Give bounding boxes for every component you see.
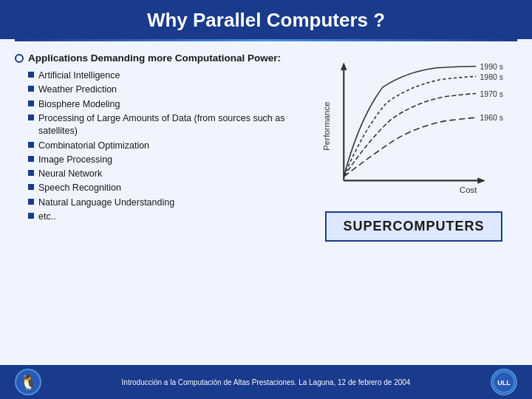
item-label: Artificial Intelligence [38,69,120,81]
item-label: Image Processing [38,154,112,166]
bullet-icon [28,184,34,190]
bullet-icon [28,86,34,92]
main-bullet-icon [15,54,24,63]
university-logo: ULL [491,369,517,395]
svg-marker-2 [341,62,347,70]
bullet-icon [28,156,34,162]
bullet-icon [28,199,34,205]
bullet-icon [28,100,34,106]
list-item: Biosphere Modeling [15,98,303,110]
list-item: Artificial Intelligence [15,69,303,81]
slide-footer: 🐧 Introducción a la Computación de Altas… [0,365,532,399]
list-item: Image Processing [15,154,303,166]
university-logo-svg: ULL [492,370,516,394]
list-item: Weather Prediction [15,83,303,95]
item-label: Processing of Large Amounts of Data (fro… [38,112,303,137]
supercomputers-label: SUPERCOMPUTERS [343,219,484,233]
list-item: Neural Network [15,168,303,180]
tux-logo: 🐧 [15,369,41,395]
supercomputers-box: SUPERCOMPUTERS [325,211,502,242]
cost-axis-label: Cost [460,185,478,194]
item-label: Combinatorial Optimization [38,140,149,151]
year-1960-label: 1960 s [480,113,503,122]
tux-icon: 🐧 [19,373,38,391]
bullet-icon [28,213,34,219]
item-label: Weather Prediction [38,83,117,95]
right-column: Performance Cost 1990 s 1980 s 1970 s 19… [310,49,517,366]
year-1970-label: 1970 s [480,89,503,98]
performance-chart: Performance Cost 1990 s 1980 s 1970 s 19… [318,56,510,204]
main-heading-text: Applications Demanding more Computationa… [28,52,281,64]
bullet-icon [28,72,34,78]
list-item: Speech Recognition [15,182,303,194]
svg-marker-3 [477,177,485,183]
slide-title: Why Parallel Computers ? [22,9,510,32]
left-column: Applications Demanding more Computationa… [15,49,303,366]
year-1980-label: 1980 s [480,72,503,81]
slide-header: Why Parallel Computers ? [0,0,532,39]
footer-text: Introducción a la Computación de Altas P… [41,378,491,386]
bullet-icon [28,115,34,120]
year-1990-label: 1990 s [480,62,503,71]
list-item: Processing of Large Amounts of Data (fro… [15,112,303,137]
slide-content: Applications Demanding more Computationa… [0,41,532,370]
main-heading: Applications Demanding more Computationa… [15,52,303,64]
slide: Why Parallel Computers ? Applications De… [0,0,532,399]
performance-axis-label: Performance [322,102,331,151]
bullet-icon [28,170,34,176]
item-label: etc.. [38,211,56,222]
list-item: Combinatorial Optimization [15,140,303,151]
item-label: Speech Recognition [38,182,121,194]
item-label: Natural Language Understanding [38,197,174,208]
list-item: etc.. [15,211,303,222]
item-label: Neural Network [38,168,102,180]
item-label: Biosphere Modeling [38,98,120,110]
chart-svg: Performance Cost 1990 s 1980 s 1970 s 19… [318,56,510,204]
bullet-icon [28,142,34,148]
list-item: Natural Language Understanding [15,197,303,208]
svg-text:ULL: ULL [497,379,511,386]
